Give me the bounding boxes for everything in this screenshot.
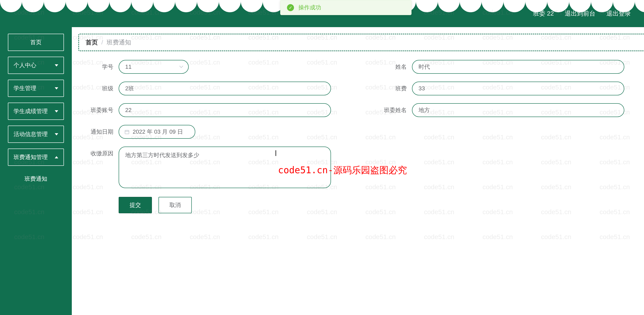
toast-message: 操作成功 xyxy=(298,4,321,11)
reason-textarea[interactable] xyxy=(119,147,331,188)
success-icon: ✓ xyxy=(287,4,294,11)
committee-name-label: 班委姓名 xyxy=(380,106,407,114)
calendar-icon xyxy=(124,129,130,135)
name-input[interactable] xyxy=(412,60,624,74)
notice-date-value: 2022 年 03 月 09 日 xyxy=(133,128,183,136)
committee-account-label: 班委账号 xyxy=(87,106,114,114)
committee-account-input[interactable] xyxy=(119,103,331,117)
sidebar-item-label: 首页 xyxy=(30,38,42,46)
sidebar: 首页 个人中心 学生管理 学生成绩管理 活动信息管理 班费通知管理 班费通知 xyxy=(0,27,72,315)
reason-label: 收缴原因 xyxy=(87,147,114,157)
breadcrumb-current: 班费通知 xyxy=(106,38,131,47)
sidebar-item-grade-mgmt[interactable]: 学生成绩管理 xyxy=(8,103,64,120)
sidebar-item-label: 学生管理 xyxy=(14,84,36,92)
breadcrumb: 首页 / 班费通知 xyxy=(78,34,644,51)
chevron-down-icon xyxy=(55,110,58,112)
class-label: 班级 xyxy=(87,85,114,92)
fee-input[interactable] xyxy=(412,82,624,95)
student-id-select[interactable] xyxy=(119,60,189,74)
notice-date-picker[interactable]: 2022 年 03 月 09 日 xyxy=(119,125,195,139)
sidebar-item-label: 活动信息管理 xyxy=(14,130,48,138)
sidebar-subitem-fee-notice[interactable]: 班费通知 xyxy=(8,172,64,186)
chevron-down-icon xyxy=(55,87,58,89)
notice-date-label: 通知日期 xyxy=(87,128,114,136)
submit-button[interactable]: 提交 xyxy=(119,197,152,213)
chevron-down-icon xyxy=(55,133,58,135)
sidebar-item-label: 学生成绩管理 xyxy=(14,107,48,115)
sidebar-item-activity-mgmt[interactable]: 活动信息管理 xyxy=(8,126,64,143)
sidebar-item-fee-notice-mgmt[interactable]: 班费通知管理 xyxy=(8,149,64,166)
fee-notice-form: 学号 姓名 班级 xyxy=(78,60,644,213)
cancel-button[interactable]: 取消 xyxy=(158,197,192,213)
chevron-down-icon xyxy=(55,64,58,66)
sidebar-item-label: 个人中心 xyxy=(14,61,36,69)
sidebar-item-label: 班费通知管理 xyxy=(14,153,48,161)
breadcrumb-home[interactable]: 首页 xyxy=(86,38,98,47)
student-id-label: 学号 xyxy=(87,63,114,71)
fee-label: 班费 xyxy=(380,85,407,92)
breadcrumb-separator: / xyxy=(101,39,103,46)
committee-name-input[interactable] xyxy=(412,103,624,117)
class-input[interactable] xyxy=(119,82,331,95)
sidebar-item-student-mgmt[interactable]: 学生管理 xyxy=(8,80,64,97)
success-toast: ✓ 操作成功 xyxy=(280,0,412,15)
sidebar-item-personal[interactable]: 个人中心 xyxy=(8,57,64,74)
svg-rect-0 xyxy=(125,130,129,134)
chevron-up-icon xyxy=(55,156,58,158)
main-content: 首页 / 班费通知 学号 姓名 xyxy=(72,27,644,315)
name-label: 姓名 xyxy=(380,63,407,71)
sidebar-item-home[interactable]: 首页 xyxy=(8,34,64,51)
